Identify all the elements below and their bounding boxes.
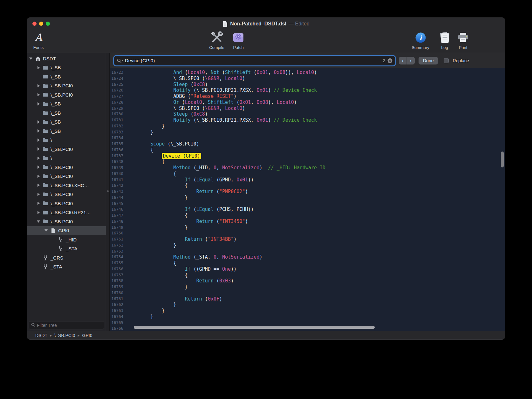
fonts-button[interactable]: A Fonts — [28, 30, 49, 50]
code-line[interactable]: 16744 } — [110, 195, 505, 201]
find-next-button[interactable]: › — [407, 57, 415, 64]
disclosure-right-icon[interactable] — [37, 93, 40, 96]
code-line[interactable]: 16745 — [110, 201, 505, 207]
code-line[interactable]: 16751 Return ("INT34BB") — [110, 236, 505, 242]
code-line[interactable]: 16752 } — [110, 242, 505, 248]
tree-item[interactable]: _CRS — [27, 253, 106, 262]
tree-item[interactable]: GPI0 — [27, 226, 106, 235]
tree-item[interactable]: \_SB.PCI0 — [27, 81, 106, 91]
splitter-handle[interactable] — [106, 53, 110, 331]
disclosure-right-icon[interactable] — [37, 102, 40, 105]
tree-item[interactable]: \_SB.PCI0.RP21… — [27, 208, 106, 217]
code-line[interactable]: 16737 Device (GPI0) — [110, 153, 505, 159]
code-line[interactable]: 16734 — [110, 135, 505, 141]
code-line[interactable]: 16761 Return (0x0F) — [110, 296, 505, 302]
code-line[interactable]: 16753 — [110, 248, 505, 254]
disclosure-right-icon[interactable] — [37, 166, 40, 169]
print-button[interactable]: Print — [453, 30, 473, 50]
tree-item[interactable]: \_SB.PCI0 — [27, 172, 106, 181]
code-line[interactable]: 16725 Sleep (0xC8) — [110, 82, 505, 88]
disclosure-right-icon[interactable] — [37, 157, 40, 160]
tree-item[interactable]: _STA — [27, 262, 106, 272]
tree-item[interactable]: \_SB.PCI0 — [27, 145, 106, 154]
code-line[interactable]: 16743 Return ("PNP0C02") — [110, 189, 505, 195]
code-line[interactable]: 16765 — [110, 320, 505, 326]
code-editor[interactable]: 16723 And (Local0, Not (ShiftLeft (0x01,… — [110, 68, 505, 331]
summary-button[interactable]: i Summary — [410, 30, 431, 50]
tree-item[interactable]: \ — [27, 154, 106, 163]
tree-item[interactable]: \_SB — [27, 108, 106, 118]
breadcrumb-item[interactable]: GPI0 — [82, 333, 92, 338]
tree-item[interactable]: \_SB — [27, 126, 106, 136]
code-line[interactable]: 16733 } — [110, 129, 505, 135]
code-line[interactable]: 16729 \_SB.SPC0 (\GGNR, Local0) — [110, 105, 505, 112]
find-field[interactable]: ▾ 2 — [114, 56, 395, 65]
tree-item[interactable]: DSDT — [27, 54, 106, 63]
tree-item[interactable]: \_SB — [27, 72, 106, 81]
disclosure-right-icon[interactable] — [37, 193, 40, 196]
disclosure-right-icon[interactable] — [37, 202, 40, 205]
disclosure-right-icon[interactable] — [37, 129, 40, 132]
code-line[interactable]: 16758 Return (0x03) — [110, 278, 505, 284]
tree-item[interactable]: \_SB.PCI0 — [27, 90, 106, 99]
breadcrumb-item[interactable]: \_SB.PCI0 — [54, 333, 75, 338]
code-line[interactable]: 16759 } — [110, 284, 505, 290]
disclosure-down-icon[interactable] — [29, 57, 33, 60]
tree-item[interactable]: \_SB.PCI0 — [27, 217, 106, 226]
code-line[interactable]: 16762 } — [110, 302, 505, 308]
disclosure-right-icon[interactable] — [37, 139, 40, 142]
compile-button[interactable]: Compile — [207, 30, 227, 50]
tree-item[interactable]: \_SB.PCI0.XHC… — [27, 181, 106, 190]
disclosure-right-icon[interactable] — [37, 175, 40, 178]
code-line[interactable]: 16732 } — [110, 123, 505, 129]
code-line[interactable]: 16764 } — [110, 314, 505, 320]
tree-item[interactable]: \_SB — [27, 118, 106, 127]
tree-item[interactable]: \_SB.PCI0 — [27, 163, 106, 172]
code-line[interactable]: 16738 { — [110, 159, 505, 165]
code-line[interactable]: 16754 Method (_STA, 0, NotSerialized) — [110, 254, 505, 260]
disclosure-right-icon[interactable] — [37, 211, 40, 214]
code-line[interactable]: 16755 { — [110, 260, 505, 266]
code-line[interactable]: 16763 } — [110, 308, 505, 314]
code-line[interactable]: 16727 ADBG ("Release RESET") — [110, 93, 505, 99]
replace-checkbox[interactable] — [444, 58, 449, 63]
vertical-scrollbar[interactable] — [501, 152, 504, 167]
disclosure-right-icon[interactable] — [37, 66, 40, 69]
code-line[interactable]: 16746 If (LEqual (PCHS, PCHH)) — [110, 206, 505, 213]
code-line[interactable]: 16748 Return ("INT3450") — [110, 219, 505, 225]
horizontal-scrollbar[interactable] — [134, 326, 375, 329]
code-line[interactable]: 16750 — [110, 230, 505, 236]
tree-item[interactable]: \_SB.PCI0 — [27, 199, 106, 208]
code-line[interactable]: 16728 Or (Local0, ShiftLeft (0x01, 0x08)… — [110, 99, 505, 105]
log-button[interactable]: Log — [434, 30, 455, 50]
clear-search-icon[interactable] — [387, 58, 392, 63]
code-line[interactable]: 16747 { — [110, 213, 505, 219]
code-line[interactable]: 16756 If ((GPHD == One)) — [110, 266, 505, 272]
tree-item[interactable]: \_SB — [27, 99, 106, 109]
done-button[interactable]: Done — [419, 57, 438, 64]
code-line[interactable]: 16723 And (Local0, Not (ShiftLeft (0x01,… — [110, 70, 505, 76]
tree-item[interactable]: \ — [27, 136, 106, 145]
find-previous-button[interactable]: ‹ — [399, 57, 407, 64]
patch-button[interactable]: Patch — [228, 30, 249, 50]
code-line[interactable]: 16760 — [110, 290, 505, 296]
code-line[interactable]: 16724 \_SB.SPC0 (\GGNR, Local0) — [110, 76, 505, 82]
filter-tree-input[interactable] — [37, 323, 102, 328]
code-line[interactable]: 16726 Notify (\_SB.PCI0.RP21.PXSX, 0x01)… — [110, 87, 505, 93]
tree-item[interactable]: \_SB.PCI0 — [27, 190, 106, 199]
tree-item[interactable]: _HID — [27, 235, 106, 244]
breadcrumb-item[interactable]: DSDT — [35, 333, 47, 338]
disclosure-right-icon[interactable] — [37, 84, 40, 87]
tree-item[interactable]: \_SB — [27, 63, 106, 72]
disclosure-right-icon[interactable] — [37, 120, 40, 124]
code-line[interactable]: 16742 { — [110, 183, 505, 189]
code-line[interactable]: 16731 Notify (\_SB.PCI0.RP21.PXSX, 0x01)… — [110, 117, 505, 123]
code-line[interactable]: 16740 { — [110, 171, 505, 177]
code-line[interactable]: 16757 { — [110, 272, 505, 278]
disclosure-down-icon[interactable] — [37, 220, 40, 223]
code-line[interactable]: 16730 Sleep (0xC8) — [110, 111, 505, 117]
find-input[interactable] — [123, 56, 383, 65]
code-line[interactable]: 16739 Method (_HID, 0, NotSerialized) //… — [110, 165, 505, 171]
filter-tree-field[interactable] — [29, 321, 104, 329]
disclosure-right-icon[interactable] — [37, 147, 40, 151]
